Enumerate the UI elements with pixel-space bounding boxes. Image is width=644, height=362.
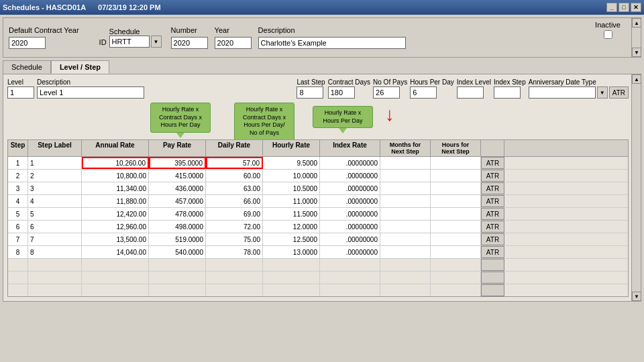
window-controls: _ □ ✕ [606,3,641,12]
index-level-label: Index Level [457,78,491,86]
table-row: 5512,420.00478.000069.0011.5000.00000000… [8,208,628,221]
th-pay-rate: Pay Rate [149,140,206,156]
contract-days-group: Contract Days [328,78,370,99]
index-level-group: Index Level [457,78,491,99]
table-section: Step Step Label Annual Rate Pay Rate Dai… [7,139,629,297]
atr-button[interactable]: ATR [481,208,504,220]
tooltip-daily-box: Hourly Rate xHours Per Day [313,106,373,128]
red-arrow-icon: ↓ [385,104,394,125]
tab-level-step[interactable]: Level / Step [51,60,109,74]
main-scrollbar: ▲ ▼ [631,74,641,301]
maximize-button[interactable]: □ [619,3,629,12]
table-row: 8814,040.00540.000078.0013.0000.00000000… [8,246,628,259]
last-step-group: Last Step [297,78,325,99]
schedule-label: Schedule [109,27,140,36]
atr-button[interactable]: ATR [481,195,504,207]
number-input[interactable] [171,37,208,49]
table-row: 1110,260.00395.000057.009.5000.00000000A… [8,157,628,170]
last-step-input[interactable] [297,86,323,99]
atr-button[interactable]: ATR [481,182,504,194]
description-lf-group: Description [37,78,144,99]
hours-per-day-group: Hours Per Day [410,78,454,99]
th-hourly-rate: Hourly Rate [263,140,320,156]
atr-button[interactable]: ATR [481,157,504,169]
scroll-up-button[interactable]: ▲ [632,18,641,27]
contract-days-label: Contract Days [328,78,370,86]
atr-button[interactable]: ATR [481,233,504,245]
table-body: 1110,260.00395.000057.009.5000.00000000A… [7,157,629,297]
main-panel: Level Description Last Step Contract Day… [3,74,641,302]
anniversary-dropdown-button[interactable]: ▼ [597,86,608,99]
title-bar: Schedules - HASCD01A 07/23/19 12:20 PM _… [0,0,644,15]
inactive-label: Inactive [595,21,621,29]
close-button[interactable]: ✕ [631,3,641,12]
scroll-track [632,84,641,292]
window-title: Schedules - HASCD01A 07/23/19 12:20 PM [3,3,161,11]
table-row: 4411,880.00457.000066.0011.0000.00000000… [8,195,628,208]
table-row: 6612,960.00498.000072.0012.0000.00000000… [8,221,628,233]
tooltip-annual-arrow [176,133,184,138]
tooltip-annual-box: Hourly Rate xContract Days xHours Per Da… [150,103,211,133]
minimize-button[interactable]: _ [606,3,617,12]
table-row [8,272,628,284]
last-step-label: Last Step [297,78,325,86]
level-input[interactable] [7,86,34,99]
table-row [8,259,628,272]
contract-days-input[interactable] [328,86,355,99]
description-input[interactable] [258,37,406,49]
no-of-pays-input[interactable] [373,86,400,99]
id-label: ID [99,38,107,46]
hours-per-day-label: Hours Per Day [410,78,454,86]
id-schedule-group: ID Schedule ▼ [99,27,162,48]
index-level-input[interactable] [457,86,484,99]
header-scrollbar: ▲ ▼ [631,18,641,57]
atr-button[interactable] [481,284,504,296]
th-daily-rate: Daily Rate [206,140,263,156]
table-row: 2210,800.00415.000060.0010.0000.00000000… [8,170,628,182]
no-of-pays-label: No Of Pays [373,78,407,86]
number-group: Number [171,26,208,49]
level-fields-row: Level Description Last Step Contract Day… [7,78,629,99]
anniversary-date-type-label: Anniversary Date Type [529,78,596,86]
atr-button[interactable]: ATR [481,170,504,182]
atr-button[interactable] [481,272,504,284]
atr-button[interactable]: ATR [481,221,504,233]
atr-button[interactable] [481,259,504,271]
scroll-down-button[interactable]: ▼ [632,48,641,57]
anniversary-atr-button[interactable]: ATR [609,86,629,99]
tooltip-pay-box: Hourly Rate xContract Days xHours Per Da… [234,103,294,141]
no-of-pays-group: No Of Pays [373,78,407,99]
atr-button[interactable]: ATR [481,246,504,258]
anniversary-date-type-group: Anniversary Date Type ▼ ATR [529,78,629,99]
tooltip-daily-arrow [339,128,347,133]
th-annual-rate: Annual Rate [82,140,149,156]
tabs-bar: Schedule Level / Step [3,60,641,74]
index-step-group: Index Step [494,78,526,99]
index-step-input[interactable] [494,86,521,99]
year-input[interactable] [215,37,252,49]
header-section: Default Contract Year ID Schedule ▼ Numb… [3,17,641,58]
tab-schedule[interactable]: Schedule [3,60,51,74]
year-group: Year [215,26,252,49]
anniversary-date-type-input[interactable] [529,86,596,99]
default-contract-year-input[interactable] [9,37,46,49]
main-scroll-up[interactable]: ▲ [632,74,641,84]
table-row: 7713,500.00519.000075.0012.5000.00000000… [8,233,628,246]
inactive-section: Inactive [595,21,621,39]
tooltip-daily: Hourly Rate xHours Per Day [313,106,373,133]
level-group: Level [7,78,34,99]
th-index-rate: Index Rate [320,140,380,156]
main-scroll-down[interactable]: ▼ [632,292,641,301]
schedule-dropdown-button[interactable]: ▼ [151,36,162,48]
description-lf-input[interactable] [37,86,144,99]
year-label: Year [215,26,229,34]
number-label: Number [171,26,197,34]
th-step: Step [8,140,28,156]
inactive-checkbox[interactable] [604,30,612,39]
default-contract-year-label: Default Contract Year [9,26,79,34]
schedule-input[interactable] [109,36,150,48]
table-row [8,284,628,296]
hours-per-day-input[interactable] [410,86,437,99]
description-group: Description [258,26,406,49]
index-step-label: Index Step [494,78,526,86]
